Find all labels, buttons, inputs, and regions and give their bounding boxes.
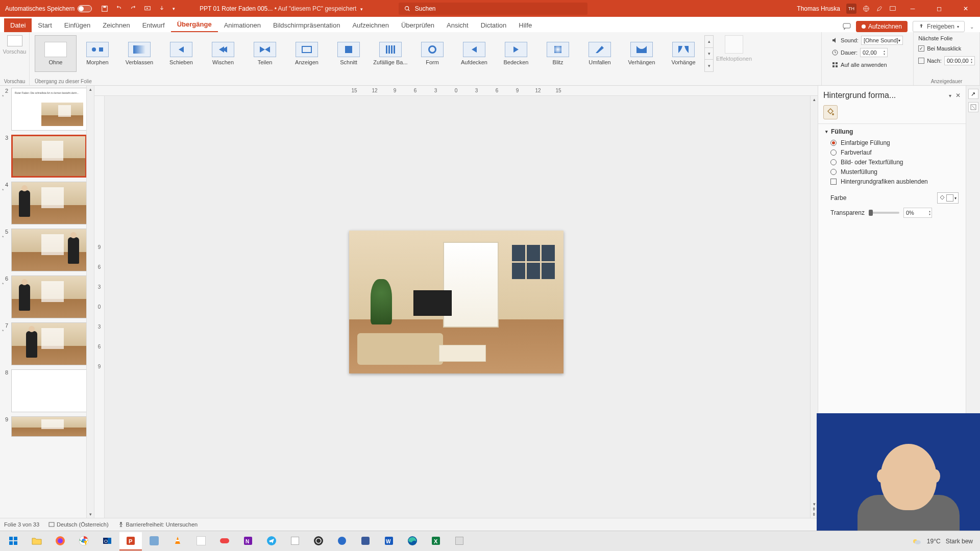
chevron-down-icon[interactable]: ▾ (360, 7, 363, 12)
record-button[interactable]: Aufzeichnen (856, 21, 908, 32)
thumbnail-8[interactable] (11, 369, 87, 412)
fill-section-header[interactable]: ▾Füllung (825, 128, 959, 135)
collapse-pane-icon[interactable]: ↗ (968, 89, 978, 99)
edge-icon[interactable] (401, 532, 424, 550)
powerpoint-icon[interactable]: P (119, 532, 142, 550)
maximize-button[interactable]: ◻ (929, 0, 949, 17)
fill-picture-radio[interactable]: Bild- oder Texturfüllung (830, 159, 959, 166)
sound-dropdown[interactable]: [Ohne Sound]▾ (861, 36, 903, 45)
vlc-icon[interactable] (166, 532, 189, 550)
tab-start[interactable]: Start (32, 18, 58, 32)
transition-fall[interactable]: Umfallen (579, 35, 621, 72)
tab-view[interactable]: Ansicht (440, 18, 475, 32)
thumbnail-2[interactable]: Roter Faden: Die schnellste Art zu lerne… (11, 88, 87, 131)
app-icon-2[interactable] (190, 532, 212, 550)
apply-all-button[interactable]: Auf alle anwenden (832, 60, 903, 70)
obs-icon[interactable] (307, 532, 330, 550)
firefox-icon[interactable] (49, 532, 71, 550)
preview-icon[interactable] (7, 35, 22, 46)
designer-pane-icon[interactable] (968, 102, 978, 112)
transition-cut[interactable]: Schnitt (328, 35, 370, 72)
telegram-icon[interactable] (260, 532, 283, 550)
transition-uncover[interactable]: Aufdecken (453, 35, 495, 72)
fill-solid-radio[interactable]: Einfarbige Füllung (830, 139, 959, 146)
app-icon-7[interactable] (448, 532, 471, 550)
thumbnail-9[interactable] (11, 416, 87, 437)
tab-transitions[interactable]: Übergänge (171, 17, 218, 32)
transition-push[interactable]: Schieben (160, 35, 202, 72)
user-avatar[interactable]: TH (846, 4, 856, 14)
slide-canvas[interactable]: 151296303691215 9630369 ▴▾⇞⇟ (94, 86, 818, 518)
app-icon-5[interactable] (331, 532, 353, 550)
transition-none[interactable]: Ohne (35, 35, 77, 72)
transparency-slider[interactable] (869, 212, 899, 214)
redo-icon[interactable] (130, 5, 137, 12)
outlook-icon[interactable]: O (96, 532, 118, 550)
tab-help[interactable]: Hilfe (512, 18, 538, 32)
transition-wipe[interactable]: Wischen (202, 35, 244, 72)
search-box[interactable]: Suchen (399, 3, 587, 15)
slide-counter[interactable]: Folie 3 von 33 (4, 521, 39, 528)
after-time-input[interactable]: 00:00,00▴▾ (944, 56, 975, 65)
share-button[interactable]: Freigeben ▾ (913, 21, 965, 32)
fill-gradient-radio[interactable]: Farbverlauf (830, 149, 959, 156)
transition-split[interactable]: Teilen (244, 35, 286, 72)
autosave-toggle[interactable] (78, 5, 92, 12)
thumbnail-5[interactable] (11, 229, 87, 271)
tab-slideshow[interactable]: Bildschirmpräsentation (267, 18, 347, 32)
tab-insert[interactable]: Einfügen (58, 18, 96, 32)
color-picker-button[interactable]: ▾ (937, 192, 959, 204)
tab-dictation[interactable]: Dictation (475, 18, 513, 32)
app-icon-1[interactable] (143, 532, 165, 550)
onenote-icon[interactable]: N (237, 532, 259, 550)
thumbnails-scrollbar[interactable]: ▴▾ (86, 86, 94, 518)
thumbnail-4[interactable] (11, 182, 87, 224)
qat-customize-icon[interactable]: ▾ (173, 6, 175, 11)
undo-icon[interactable] (115, 5, 122, 12)
save-location[interactable]: • Auf "diesem PC" gespeichert (275, 5, 357, 12)
user-name[interactable]: Thomas Hruska (797, 5, 840, 12)
tab-design[interactable]: Entwurf (136, 18, 171, 32)
weather-icon[interactable] (912, 536, 922, 546)
save-icon[interactable] (101, 5, 108, 12)
transition-cover[interactable]: Bedecken (495, 35, 537, 72)
on-click-checkbox[interactable]: ✓ (918, 45, 924, 52)
globe-icon[interactable] (863, 5, 870, 12)
app-icon-4[interactable] (284, 532, 306, 550)
thumbnail-6[interactable] (11, 276, 87, 318)
duration-input[interactable]: 02,00▴▾ (860, 48, 888, 57)
transition-morph[interactable]: Morphen (77, 35, 118, 72)
comments-icon[interactable] (843, 23, 851, 30)
explorer-icon[interactable] (26, 532, 48, 550)
collapse-ribbon-icon[interactable]: ⌄ (970, 24, 974, 30)
minimize-button[interactable]: ─ (902, 0, 923, 17)
close-button[interactable]: ✕ (955, 0, 976, 17)
thumbnail-3[interactable] (11, 135, 87, 178)
start-button[interactable] (2, 532, 24, 550)
transition-drape[interactable]: Verhängen (621, 35, 663, 72)
touch-mode-icon[interactable] (158, 5, 165, 12)
slideshow-icon[interactable] (144, 5, 151, 12)
slide-content-image[interactable] (349, 231, 564, 373)
transition-reveal[interactable]: Anzeigen (286, 35, 328, 72)
format-pane-dropdown-icon[interactable]: ▾ (949, 93, 951, 98)
thumbnail-7[interactable] (11, 322, 87, 365)
gallery-scroll[interactable]: ▴▾▾ (704, 35, 714, 72)
tab-animations[interactable]: Animationen (218, 18, 267, 32)
after-checkbox[interactable] (918, 58, 924, 64)
fill-pattern-radio[interactable]: Musterfüllung (830, 168, 959, 176)
window-icon[interactable] (889, 5, 896, 12)
transition-curtains[interactable]: Vorhänge (663, 35, 704, 72)
app-icon-6[interactable] (354, 532, 377, 550)
chrome-icon[interactable] (72, 532, 95, 550)
weather-text[interactable]: Stark bew (946, 538, 973, 545)
transition-shape[interactable]: Form (411, 35, 453, 72)
fill-tab-icon[interactable] (823, 105, 838, 119)
transition-flash[interactable]: Blitz (537, 35, 579, 72)
accessibility-check[interactable]: Barrierefreiheit: Untersuchen (118, 521, 198, 528)
tab-record[interactable]: Aufzeichnen (346, 18, 395, 32)
app-icon-3[interactable] (213, 532, 236, 550)
tab-file[interactable]: Datei (4, 18, 32, 32)
tab-review[interactable]: Überprüfen (395, 18, 440, 32)
tab-draw[interactable]: Zeichnen (96, 18, 136, 32)
